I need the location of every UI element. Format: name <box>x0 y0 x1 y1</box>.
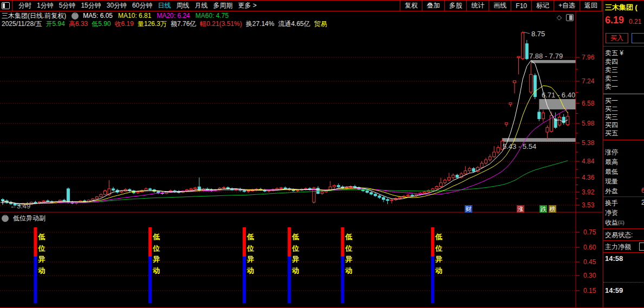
sell-level-1[interactable]: 卖一 <box>605 82 618 91</box>
sell-level-2[interactable]: 卖二 <box>605 74 618 83</box>
sidebar-divider <box>603 196 644 197</box>
toolbar-button-返回[interactable]: 返回 <box>580 1 602 11</box>
quote-info-item: 幅0.21(3.51%) <box>200 19 242 29</box>
sidebar-field-最高: 最高 <box>605 158 618 167</box>
svg-text:异: 异 <box>291 255 299 263</box>
buy-button[interactable]: 买入 <box>606 33 628 43</box>
sidebar-field-涨停: 涨停 <box>605 148 618 157</box>
sidebar-divider <box>603 94 644 94</box>
diamond-icon[interactable]: ◇ <box>557 14 562 21</box>
sell-button[interactable] <box>632 33 644 43</box>
buy-level-5[interactable]: 买五 <box>605 129 618 138</box>
svg-text:0.30: 0.30 <box>583 272 596 279</box>
svg-text:3.53: 3.53 <box>582 201 595 209</box>
svg-text:低: 低 <box>246 233 254 241</box>
time-label: 14:58 <box>605 254 623 263</box>
menu-item-日线[interactable]: 日线 <box>158 1 171 10</box>
sell-level-4[interactable]: 卖四 <box>605 57 618 67</box>
menu-item-60分钟[interactable]: 60分钟 <box>132 1 152 10</box>
topbar-divider <box>12 1 12 11</box>
window-panel-icon[interactable] <box>2 2 10 9</box>
sidebar-dotted-divider <box>603 282 644 283</box>
svg-text:5.98: 5.98 <box>582 120 595 127</box>
toolbar-button-叠加[interactable]: 叠加 <box>422 1 444 11</box>
toolbar-button-标记[interactable]: 标记 <box>531 1 554 11</box>
svg-text:8.75: 8.75 <box>531 30 545 38</box>
quote-info-item: 贸易 <box>314 19 327 29</box>
sell-level-3[interactable]: 卖三 <box>605 65 618 75</box>
toolbar-button-F10[interactable]: F10 <box>511 1 531 11</box>
svg-text:位: 位 <box>37 244 45 252</box>
menu-item-多周期[interactable]: 多周期 <box>213 1 232 10</box>
sidebar-change: 0.21 <box>629 18 641 25</box>
svg-text:位: 位 <box>344 244 352 252</box>
sidebar-field-value: 6 <box>641 187 644 194</box>
svg-text:7.96: 7.96 <box>582 54 595 61</box>
sidebar-field-现量: 现量 <box>605 177 618 186</box>
sub-indicator-header[interactable]: ˇ 低位异动副 <box>2 214 45 222</box>
svg-text:3.92: 3.92 <box>582 188 595 196</box>
quote-info-item: 换27.14% <box>246 19 275 29</box>
topbar-buttons: 复权叠加多股统计画线F10标记+自选返回 <box>400 1 602 11</box>
menu-item-月线[interactable]: 月线 <box>194 1 207 10</box>
shortcut-tag-涨[interactable]: 涨 <box>517 205 524 213</box>
sell-level-5[interactable]: 卖五 ¥ <box>605 49 623 58</box>
chevron-down-icon[interactable]: ˇ <box>71 12 79 19</box>
sidebar-field-value: 2 <box>641 199 644 206</box>
svg-text:动: 动 <box>246 266 254 274</box>
split-panel-icon[interactable] <box>566 14 574 21</box>
toolbar-button-统计[interactable]: 统计 <box>466 1 489 11</box>
menu-item-1分钟[interactable]: 1分钟 <box>37 1 54 10</box>
toolbar-button-复权[interactable]: 复权 <box>400 1 422 11</box>
sidebar-divider <box>603 140 644 140</box>
sidebar-divider <box>603 46 644 47</box>
menu-item-周线[interactable]: 周线 <box>176 1 189 10</box>
quote-info-item: 收6.19 <box>115 19 134 29</box>
sidebar-divider <box>603 240 644 241</box>
svg-text:6.71 - 6.40: 6.71 - 6.40 <box>542 91 575 99</box>
toolbar-button-画线[interactable]: 画线 <box>489 1 511 11</box>
main-force-chart-icon[interactable] <box>639 243 644 251</box>
svg-text:动: 动 <box>435 266 443 274</box>
shortcut-tag-榜[interactable]: 榜 <box>549 205 556 213</box>
shortcut-tag-财[interactable]: 财 <box>465 205 472 213</box>
quote-info-item: 2025/11/28/五 <box>2 19 42 29</box>
quote-info-item: 低5.90 <box>92 19 110 29</box>
svg-text:6.58: 6.58 <box>582 100 595 107</box>
shortcut-tag-跌[interactable]: 跌 <box>539 205 547 213</box>
svg-text:5.43 - 5.54: 5.43 - 5.54 <box>503 142 536 150</box>
svg-text:低: 低 <box>344 233 352 241</box>
menu-item-15分钟[interactable]: 15分钟 <box>81 1 101 10</box>
trade-status-label: 交易状态: <box>605 231 633 240</box>
toolbar-button-多股[interactable]: 多股 <box>444 1 466 11</box>
candlestick-chart[interactable]: 7.967.246.585.985.384.844.363.923.537.88… <box>0 1 602 308</box>
svg-text:0.45: 0.45 <box>583 258 596 266</box>
time-label: 14:59 <box>605 286 623 294</box>
svg-text:4.84: 4.84 <box>582 158 595 165</box>
sidebar-field-收益㈢: 收益㈢ <box>605 218 625 227</box>
period-menu: 分时1分钟5分钟15分钟30分钟60分钟日线周线月线多周期更多 > <box>16 1 259 10</box>
quote-info-item: 开5.94 <box>46 19 65 29</box>
svg-text:4.36: 4.36 <box>582 174 595 181</box>
ma-label: MA20: 6.24 <box>157 12 190 19</box>
svg-text:动: 动 <box>344 266 352 274</box>
svg-text:位: 位 <box>291 244 299 252</box>
sidebar-divider <box>603 228 644 229</box>
ma-label: MA60: 4.75 <box>196 12 229 19</box>
svg-text:异: 异 <box>344 255 352 263</box>
svg-text:动: 动 <box>291 266 299 274</box>
menu-item-30分钟[interactable]: 30分钟 <box>107 1 127 10</box>
menu-item-5分钟[interactable]: 5分钟 <box>59 1 76 10</box>
topbar: 分时1分钟5分钟15分钟30分钟60分钟日线周线月线多周期更多 > 复权叠加多股… <box>0 1 602 11</box>
sidebar-stock-name: 三木集团 ( <box>605 3 638 12</box>
svg-text:0.15: 0.15 <box>583 287 596 294</box>
menu-item-更多 >[interactable]: 更多 > <box>238 1 256 10</box>
svg-text:低: 低 <box>152 233 160 241</box>
menu-item-分时[interactable]: 分时 <box>18 1 31 10</box>
sidebar-field-外盘: 外盘 <box>605 187 618 196</box>
toolbar-button-+自选[interactable]: +自选 <box>554 1 580 11</box>
chevron-down-icon[interactable]: ˇ <box>2 215 9 222</box>
svg-text:←3.49: ←3.49 <box>10 202 30 210</box>
title-row: 三木集团(日线.前复权) ˇ MA5: 6.05MA10: 6.81MA20: … <box>2 12 234 19</box>
quote-info-item: 流通4.65亿 <box>278 19 310 29</box>
